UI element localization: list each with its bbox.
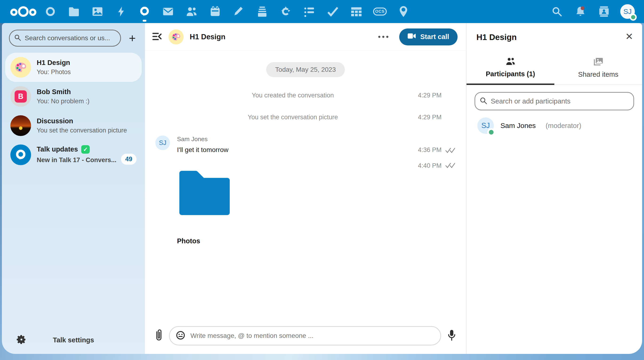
- search-icon: [480, 97, 487, 105]
- system-message-text: You set the conversation picture: [177, 114, 408, 121]
- participants-search-input[interactable]: [474, 92, 634, 110]
- participant-avatar: SJ: [477, 117, 494, 134]
- talk-icon[interactable]: [133, 0, 156, 23]
- start-call-button[interactable]: Start call: [399, 28, 458, 45]
- read-receipt-icon: [442, 162, 456, 169]
- user-avatar-initials: SJ: [623, 7, 632, 15]
- conversation-last-message: New in Talk 17 - Convers...: [37, 156, 116, 164]
- talk-logo-avatar: [10, 144, 31, 165]
- dashboard-icon[interactable]: [38, 0, 62, 23]
- conversation-list: H1 Design You: Photos B Bob Smith You: N…: [2, 52, 145, 169]
- system-message: You set the conversation picture 4:29 PM: [155, 114, 456, 121]
- collectives-icon[interactable]: [274, 0, 298, 23]
- conversation-name: Bob Smith: [37, 88, 136, 96]
- message-input[interactable]: [190, 332, 434, 340]
- conversations-sidebar: + H1 Design You: Photos B Bob Smith You:…: [2, 23, 145, 354]
- date-separator: Today, May 25, 2023: [266, 62, 345, 77]
- tasks-icon[interactable]: [321, 0, 344, 23]
- tab-participants-label: Participants (1): [486, 70, 535, 78]
- shared-items-icon: [594, 57, 603, 67]
- search-icon[interactable]: [545, 0, 569, 23]
- files-icon[interactable]: [62, 0, 86, 23]
- forms-icon[interactable]: [298, 0, 321, 23]
- photo-avatar: [10, 115, 31, 136]
- app-content: + H1 Design You: Photos B Bob Smith You:…: [2, 23, 642, 354]
- gear-icon: [16, 335, 26, 346]
- conversation-item-h1-design[interactable]: H1 Design You: Photos: [5, 53, 142, 82]
- close-icon[interactable]: ✕: [625, 31, 633, 42]
- user-avatar[interactable]: SJ: [616, 0, 639, 23]
- check-emoji-icon: ✓: [81, 145, 90, 154]
- message-time: 4:29 PM: [408, 92, 442, 99]
- deck-icon[interactable]: [250, 0, 274, 23]
- participant-row[interactable]: SJ Sam Jones (moderator): [472, 114, 636, 137]
- message-list: Today, May 25, 2023 You created the conv…: [145, 51, 466, 324]
- conversation-name: Talk updates: [37, 145, 78, 153]
- notifications-bell-icon[interactable]: [569, 0, 592, 23]
- shared-folder-attachment[interactable]: Photos: [177, 169, 456, 245]
- sender-avatar: SJ: [155, 135, 170, 150]
- message-input-bar: [145, 324, 466, 354]
- system-message: You created the conversation 4:29 PM: [155, 92, 456, 99]
- activity-icon[interactable]: [109, 0, 133, 23]
- conversation-name: H1 Design: [37, 59, 136, 67]
- voice-record-icon[interactable]: [448, 330, 456, 342]
- details-tabs: Participants (1) Shared items: [466, 57, 642, 85]
- video-camera-icon: [408, 33, 416, 41]
- conversation-menu-button[interactable]: [374, 31, 393, 42]
- ocs-icon[interactable]: OCS: [368, 0, 392, 23]
- message-time: 4:36 PM: [408, 146, 442, 154]
- folder-icon: [177, 213, 231, 217]
- tables-icon[interactable]: [344, 0, 368, 23]
- nextcloud-logo[interactable]: [8, 0, 38, 23]
- conversation-last-message: You set the conversation picture: [37, 127, 136, 134]
- talk-settings-button[interactable]: Talk settings: [2, 326, 145, 354]
- conversation-item-bob-smith[interactable]: B Bob Smith You: No problem :): [5, 82, 142, 111]
- system-message-text: You created the conversation: [177, 92, 408, 99]
- letter-avatar: B: [10, 86, 31, 107]
- top-bar: OCS SJ: [0, 0, 644, 23]
- collapse-sidebar-icon[interactable]: [152, 32, 162, 42]
- palette-avatar: [10, 57, 31, 78]
- online-status-dot: [630, 14, 637, 21]
- participants-icon: [506, 57, 516, 66]
- mail-icon[interactable]: [156, 0, 180, 23]
- notes-icon[interactable]: [227, 0, 250, 23]
- start-call-label: Start call: [420, 33, 449, 41]
- file-message: 4:40 PM Photos: [155, 162, 456, 245]
- conversation-item-discussion[interactable]: Discussion You set the conversation pict…: [5, 111, 142, 140]
- message-time: 4:40 PM: [408, 162, 442, 169]
- online-status-dot: [487, 128, 495, 136]
- tab-shared-items-label: Shared items: [578, 71, 618, 78]
- contacts-menu-icon[interactable]: [592, 0, 616, 23]
- chat-message: SJ Sam Jones I'll get it tomorrow 4:36 P…: [155, 135, 456, 154]
- contacts-icon[interactable]: [180, 0, 203, 23]
- maps-icon[interactable]: [392, 0, 415, 23]
- ocs-badge-label: OCS: [373, 7, 387, 15]
- unread-count-badge: 49: [121, 154, 136, 165]
- details-title: H1 Design: [466, 23, 642, 42]
- message-time: 4:29 PM: [408, 114, 442, 121]
- calendar-icon[interactable]: [203, 0, 227, 23]
- conversation-last-message: You: Photos: [37, 68, 136, 76]
- conversations-search-input[interactable]: [9, 30, 121, 46]
- emoji-picker-icon[interactable]: [176, 331, 185, 341]
- conversation-name: Discussion: [37, 117, 136, 125]
- search-icon: [14, 34, 21, 42]
- participant-name: Sam Jones: [500, 122, 536, 130]
- message-author: Sam Jones: [177, 135, 408, 143]
- conversation-item-talk-updates[interactable]: Talk updates ✓ New in Talk 17 - Convers.…: [5, 140, 142, 169]
- chat-title: H1 Design: [190, 33, 226, 41]
- conversation-details-sidebar: H1 Design ✕ Participants (1) Shared item…: [466, 23, 642, 354]
- participant-role: (moderator): [546, 122, 582, 130]
- chat-view: H1 Design Start call Today, May 25, 2023…: [145, 23, 466, 354]
- read-receipt-icon: [442, 147, 456, 154]
- conversation-last-message: You: No problem :): [37, 98, 136, 105]
- new-conversation-button[interactable]: +: [126, 31, 139, 45]
- file-name: Photos: [177, 237, 456, 245]
- photos-icon[interactable]: [86, 0, 109, 23]
- chat-header: H1 Design Start call: [145, 23, 466, 51]
- attach-file-icon[interactable]: [155, 330, 162, 342]
- tab-participants[interactable]: Participants (1): [466, 57, 554, 85]
- tab-shared-items[interactable]: Shared items: [554, 57, 642, 85]
